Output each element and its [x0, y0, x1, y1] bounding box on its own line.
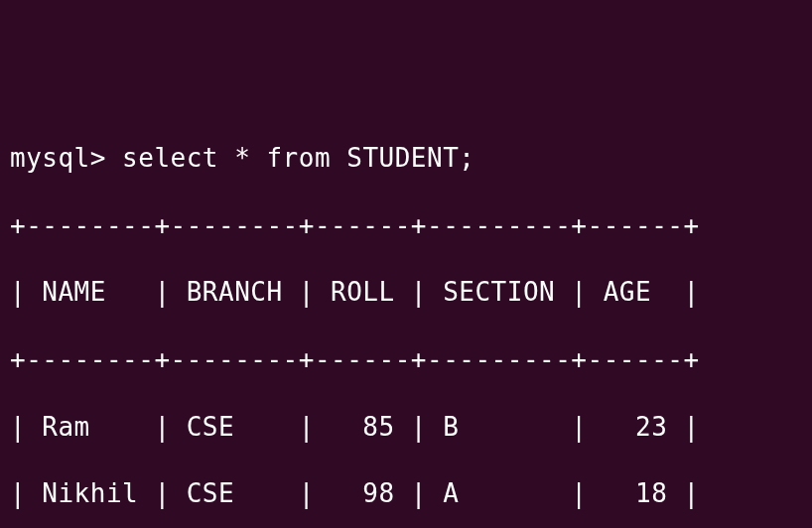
mysql-prompt-line: mysql> select * from STUDENT; [10, 142, 802, 176]
table-border-mid: +--------+--------+------+---------+----… [10, 343, 802, 377]
table-header: | NAME | BRANCH | ROLL | SECTION | AGE | [10, 276, 802, 310]
table-row: | Ram | CSE | 85 | B | 23 | [10, 411, 802, 445]
table-row: | Nikhil | CSE | 98 | A | 18 | [10, 477, 802, 511]
mysql-prompt: mysql> [10, 143, 122, 173]
table-border-top: +--------+--------+------+---------+----… [10, 209, 802, 243]
sql-query: select * from STUDENT; [122, 143, 474, 173]
